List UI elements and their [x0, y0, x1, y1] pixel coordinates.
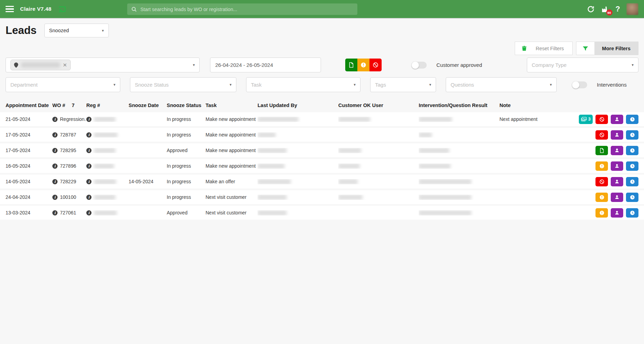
warning-filter-button[interactable]: [357, 59, 369, 71]
col-snooze-date[interactable]: Snooze Date: [129, 103, 167, 108]
location-filter-dropdown[interactable]: ✕ ▾: [6, 58, 200, 72]
chevron-down-icon: ▾: [628, 63, 634, 67]
ban-icon: [373, 62, 378, 68]
reg-cell: i: [86, 164, 129, 169]
reset-filters-button[interactable]: Reset Filters: [515, 42, 572, 55]
menu-icon[interactable]: [6, 6, 14, 12]
action-doc-button[interactable]: [595, 146, 608, 155]
avatar[interactable]: [626, 3, 638, 15]
filter-actions: Reset Filters More Filters: [0, 42, 644, 55]
department-dropdown[interactable]: Department ▾: [6, 77, 120, 92]
info-icon[interactable]: i: [52, 210, 58, 215]
snooze-status-cell: In progress: [167, 179, 206, 184]
info-icon[interactable]: i: [86, 179, 92, 184]
action-clock-button[interactable]: [626, 161, 638, 171]
intervention-result-cell: [419, 179, 499, 184]
info-icon[interactable]: i: [86, 210, 92, 215]
table-row[interactable]: 16-05-2024 i 727896 i In progress Make n…: [0, 159, 644, 173]
info-icon[interactable]: i: [52, 179, 58, 184]
action-clock-button[interactable]: [626, 115, 638, 124]
wo-cell: i 727061: [52, 210, 86, 215]
snooze-status-cell: In progress: [167, 132, 206, 138]
table-row[interactable]: 21-05-2024 i Regression... i In progress…: [0, 112, 644, 126]
table-row[interactable]: 17-05-2024 i 728787 i In progress Make n…: [0, 128, 644, 142]
document-filter-button[interactable]: [345, 59, 357, 71]
action-warn-button[interactable]: [595, 193, 608, 202]
info-icon[interactable]: i: [52, 117, 58, 122]
info-icon[interactable]: i: [86, 117, 92, 122]
customer-approved-toggle[interactable]: [411, 62, 427, 69]
col-wo[interactable]: WO # 7: [52, 103, 86, 108]
col-snooze-status[interactable]: Snooze Status: [167, 103, 206, 108]
task-placeholder: Task: [251, 82, 262, 88]
questions-dropdown[interactable]: Questions ▾: [446, 77, 557, 92]
more-filters-button[interactable]: More Filters: [576, 42, 638, 55]
task-dropdown[interactable]: Task ▾: [246, 77, 360, 92]
customer-approved-label: Customer approved: [436, 62, 482, 68]
interventions-toggle[interactable]: [572, 81, 587, 88]
info-icon[interactable]: i: [52, 164, 58, 169]
action-user-button[interactable]: [611, 208, 623, 218]
action-clock-button[interactable]: [626, 146, 638, 155]
last-updated-by-redacted: [258, 148, 287, 153]
cast-icon[interactable]: [58, 5, 66, 13]
action-clock-button[interactable]: [626, 177, 638, 186]
action-user-button[interactable]: [611, 115, 623, 124]
action-user-button[interactable]: [611, 161, 623, 171]
snooze-status-dropdown[interactable]: Snooze Status ▾: [130, 77, 236, 92]
table-row[interactable]: 14-05-2024 i 728229 i 14-05-2024 In prog…: [0, 175, 644, 188]
info-icon[interactable]: i: [52, 148, 58, 153]
action-user-button[interactable]: [611, 193, 623, 202]
action-ban-button[interactable]: [595, 115, 608, 124]
date-range-input[interactable]: [210, 58, 321, 72]
action-ban-button[interactable]: [595, 130, 608, 140]
action-ban-button[interactable]: [595, 177, 608, 186]
refresh-icon[interactable]: [587, 5, 595, 13]
snooze-status-cell: In progress: [167, 163, 206, 169]
appointment-date-cell: 17-05-2024: [6, 148, 52, 153]
col-customer-ok-user[interactable]: Customer OK User: [338, 103, 419, 108]
action-clock-button[interactable]: [626, 193, 638, 202]
action-clock-button[interactable]: [626, 208, 638, 218]
col-reg[interactable]: Reg #: [86, 103, 129, 108]
customer-ok-user-cell: [338, 148, 419, 153]
remove-chip-icon[interactable]: ✕: [63, 62, 67, 68]
tags-placeholder: Tags: [375, 82, 386, 88]
help-icon[interactable]: ?: [616, 5, 620, 14]
info-icon[interactable]: i: [86, 195, 92, 200]
info-icon[interactable]: i: [86, 148, 92, 153]
ban-filter-button[interactable]: [369, 59, 382, 71]
col-note[interactable]: Note: [499, 103, 644, 108]
view-selector-dropdown[interactable]: Snoozed ▾: [44, 24, 109, 37]
action-user-button[interactable]: [611, 146, 623, 155]
note-and-actions-cell: [499, 208, 644, 218]
col-last-updated-by[interactable]: Last Updated By: [258, 103, 338, 108]
action-warn-button[interactable]: [595, 208, 608, 218]
info-icon[interactable]: i: [52, 195, 58, 200]
last-updated-by-redacted: [258, 117, 298, 122]
action-warn-button[interactable]: [595, 161, 608, 171]
info-icon[interactable]: i: [86, 132, 92, 138]
global-search[interactable]: [127, 3, 357, 15]
customer-ok-user-redacted: [338, 195, 363, 200]
action-photos-button[interactable]: 3: [579, 115, 593, 124]
col-task[interactable]: Task: [206, 103, 258, 108]
search-input[interactable]: [140, 7, 353, 12]
factory-icon[interactable]: 90: [601, 5, 609, 13]
page-header: Leads Snoozed ▾: [0, 18, 644, 41]
table-row[interactable]: 24-04-2024 i 100100 i In progress Next v…: [0, 190, 644, 204]
info-icon[interactable]: i: [86, 164, 92, 169]
chevron-down-icon: ▾: [189, 63, 195, 67]
action-user-button[interactable]: [611, 130, 623, 140]
last-updated-by-redacted: [258, 179, 291, 184]
col-intervention-result[interactable]: Intervention/Question Result: [419, 103, 499, 108]
table-row[interactable]: 13-03-2024 i 727061 i Approved Next visi…: [0, 206, 644, 220]
info-icon[interactable]: i: [52, 132, 58, 138]
action-user-button[interactable]: [611, 177, 623, 186]
company-type-dropdown[interactable]: Company Type ▾: [527, 58, 638, 72]
col-appointment-date[interactable]: Appointment Date: [6, 103, 52, 108]
more-filters-label: More Filters: [594, 42, 638, 55]
table-row[interactable]: 17-05-2024 i 728295 i Approved Make new …: [0, 143, 644, 157]
tags-dropdown[interactable]: Tags ▾: [370, 77, 436, 92]
action-clock-button[interactable]: [626, 130, 638, 140]
